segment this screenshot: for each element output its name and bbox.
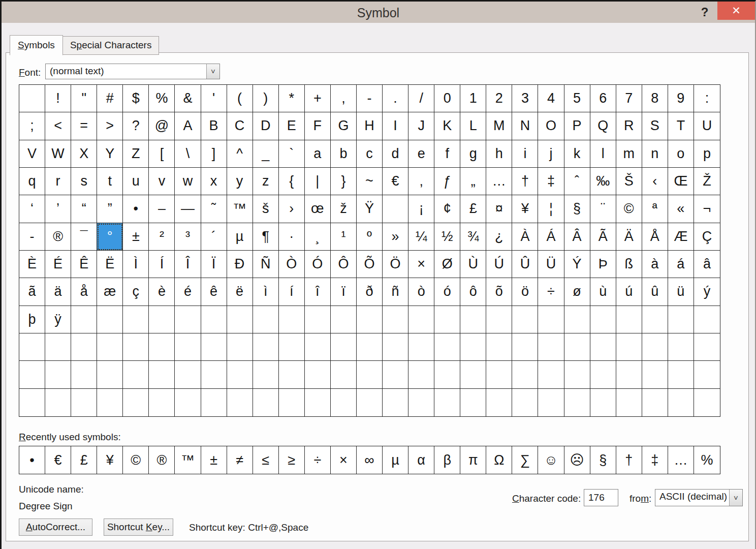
symbol-cell[interactable]: J bbox=[408, 112, 434, 140]
symbol-cell[interactable] bbox=[227, 333, 253, 361]
chevron-down-icon[interactable]: ˅ bbox=[206, 64, 219, 79]
symbol-cell[interactable]: † bbox=[512, 168, 538, 195]
symbol-cell[interactable]: × bbox=[408, 251, 434, 278]
symbol-cell[interactable]: k bbox=[564, 140, 590, 168]
symbol-cell[interactable]: … bbox=[486, 168, 512, 195]
symbol-cell[interactable]: 6 bbox=[590, 85, 616, 112]
symbol-cell[interactable]: P bbox=[564, 112, 590, 140]
tab-symbols[interactable]: Symbols bbox=[10, 35, 63, 55]
symbol-cell[interactable]: 9 bbox=[668, 85, 694, 112]
symbol-cell[interactable]: ² bbox=[149, 223, 175, 251]
symbol-cell[interactable] bbox=[201, 361, 227, 388]
symbol-cell[interactable]: t bbox=[97, 168, 123, 195]
recent-symbol-cell[interactable]: µ bbox=[383, 446, 408, 474]
recent-symbol-cell[interactable]: ‡ bbox=[642, 446, 668, 474]
symbol-cell[interactable]: B bbox=[201, 112, 227, 140]
symbol-cell[interactable]: s bbox=[71, 168, 97, 195]
symbol-cell[interactable]: Q bbox=[590, 112, 616, 140]
symbol-cell[interactable]: l bbox=[590, 140, 616, 168]
symbol-cell[interactable] bbox=[253, 333, 279, 361]
symbol-cell[interactable]: < bbox=[45, 112, 71, 140]
symbol-cell[interactable]: À bbox=[512, 223, 538, 251]
symbol-cell[interactable]: º bbox=[357, 223, 383, 251]
symbol-cell[interactable] bbox=[331, 389, 357, 416]
symbol-cell[interactable] bbox=[616, 306, 642, 333]
symbol-cell[interactable] bbox=[71, 389, 97, 416]
symbol-cell[interactable]: ³ bbox=[175, 223, 201, 251]
symbol-cell[interactable]: v bbox=[149, 168, 175, 195]
symbol-cell[interactable]: æ bbox=[97, 278, 123, 306]
symbol-cell[interactable]: $ bbox=[123, 85, 149, 112]
recent-symbol-cell[interactable]: § bbox=[590, 446, 616, 474]
symbol-cell[interactable] bbox=[668, 361, 694, 388]
symbol-cell[interactable] bbox=[71, 361, 97, 388]
recent-symbol-cell[interactable]: ∞ bbox=[357, 446, 383, 474]
symbol-cell[interactable]: ® bbox=[45, 223, 71, 251]
recent-symbol-cell[interactable]: Ω bbox=[486, 446, 512, 474]
symbol-cell[interactable]: ê bbox=[201, 278, 227, 306]
recent-symbol-cell[interactable]: ≠ bbox=[227, 446, 253, 474]
symbol-cell[interactable]: ¡ bbox=[408, 195, 434, 223]
symbol-cell[interactable]: 4 bbox=[538, 85, 564, 112]
symbol-cell[interactable] bbox=[642, 333, 668, 361]
symbol-cell[interactable]: > bbox=[97, 112, 123, 140]
symbol-cell[interactable]: • bbox=[123, 195, 149, 223]
symbol-cell[interactable]: Y bbox=[97, 140, 123, 168]
symbol-cell[interactable] bbox=[331, 361, 357, 388]
symbol-cell[interactable]: x bbox=[201, 168, 227, 195]
symbol-cell[interactable]: f bbox=[434, 140, 460, 168]
symbol-cell[interactable] bbox=[486, 333, 512, 361]
symbol-cell[interactable]: ç bbox=[123, 278, 149, 306]
symbol-cell[interactable] bbox=[19, 85, 45, 112]
symbol-cell[interactable]: ¾ bbox=[460, 223, 486, 251]
symbol-cell[interactable]: n bbox=[642, 140, 668, 168]
symbol-cell[interactable]: Ã bbox=[590, 223, 616, 251]
recent-symbol-cell[interactable]: £ bbox=[71, 446, 97, 474]
symbol-cell[interactable]: H bbox=[357, 112, 383, 140]
symbol-cell[interactable]: , bbox=[331, 85, 357, 112]
symbol-cell[interactable]: ! bbox=[45, 85, 71, 112]
symbol-cell[interactable]: € bbox=[383, 168, 408, 195]
recent-symbol-cell[interactable]: ≤ bbox=[253, 446, 279, 474]
symbol-cell[interactable]: ‘ bbox=[19, 195, 45, 223]
symbol-cell[interactable]: Œ bbox=[668, 168, 694, 195]
symbol-cell[interactable]: Ó bbox=[305, 251, 331, 278]
symbol-cell[interactable]: e bbox=[408, 140, 434, 168]
symbol-cell[interactable] bbox=[408, 389, 434, 416]
titlebar[interactable]: Symbol ? ✕ bbox=[2, 2, 755, 23]
help-button[interactable]: ? bbox=[696, 4, 713, 20]
symbol-cell[interactable] bbox=[123, 389, 149, 416]
symbol-cell[interactable] bbox=[305, 306, 331, 333]
symbol-cell[interactable]: E bbox=[279, 112, 305, 140]
symbol-cell[interactable]: U bbox=[694, 112, 720, 140]
symbol-cell[interactable]: ‚ bbox=[408, 168, 434, 195]
symbol-cell[interactable] bbox=[564, 333, 590, 361]
symbol-cell[interactable]: ¢ bbox=[434, 195, 460, 223]
symbol-cell[interactable]: : bbox=[694, 85, 720, 112]
symbol-cell[interactable]: [ bbox=[149, 140, 175, 168]
symbol-cell[interactable]: " bbox=[71, 85, 97, 112]
symbol-cell[interactable] bbox=[434, 306, 460, 333]
symbol-cell[interactable]: i bbox=[512, 140, 538, 168]
symbol-cell[interactable]: Ø bbox=[434, 251, 460, 278]
symbol-cell[interactable]: ½ bbox=[434, 223, 460, 251]
symbol-cell[interactable]: ¬ bbox=[694, 195, 720, 223]
symbol-cell[interactable]: ; bbox=[19, 112, 45, 140]
symbol-cell[interactable]: È bbox=[19, 251, 45, 278]
symbol-cell[interactable] bbox=[383, 389, 408, 416]
symbol-cell[interactable]: ¦ bbox=[538, 195, 564, 223]
symbol-cell[interactable]: ª bbox=[642, 195, 668, 223]
symbol-cell[interactable] bbox=[227, 306, 253, 333]
symbol-cell[interactable]: _ bbox=[253, 140, 279, 168]
recent-symbol-cell[interactable]: … bbox=[668, 446, 694, 474]
symbol-cell[interactable]: Á bbox=[538, 223, 564, 251]
symbol-cell[interactable]: É bbox=[45, 251, 71, 278]
recent-symbol-cell[interactable]: • bbox=[19, 446, 45, 474]
symbol-cell[interactable]: Þ bbox=[590, 251, 616, 278]
symbol-cell[interactable]: 0 bbox=[434, 85, 460, 112]
symbol-cell[interactable]: ý bbox=[694, 278, 720, 306]
symbol-cell[interactable]: @ bbox=[149, 112, 175, 140]
symbol-cell[interactable]: ì bbox=[253, 278, 279, 306]
symbol-cell[interactable]: * bbox=[279, 85, 305, 112]
symbol-cell[interactable] bbox=[460, 361, 486, 388]
